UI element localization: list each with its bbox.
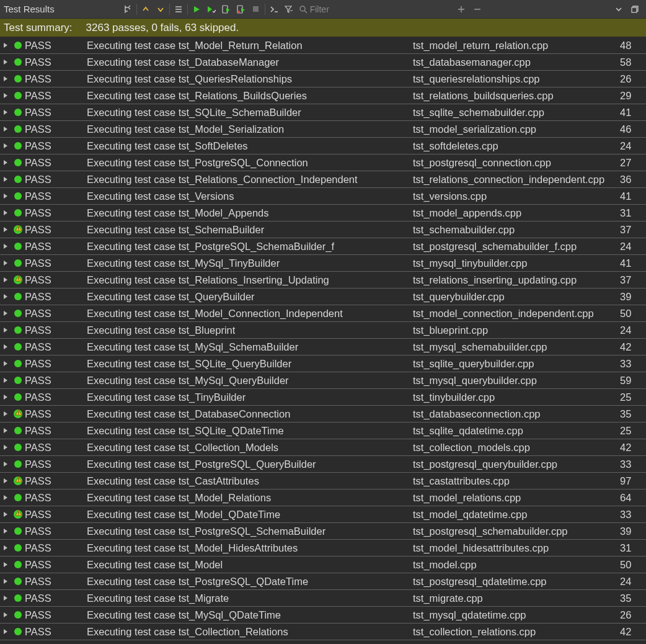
expand-tree-icon[interactable] <box>0 327 11 333</box>
result-row[interactable]: PASSExecuting test case tst_QueriesRelat… <box>0 71 646 87</box>
result-row[interactable]: PASSExecuting test case tst_MySql_QDateT… <box>0 607 646 624</box>
result-row[interactable]: PASSExecuting test case tst_QueryBuilder… <box>0 288 646 305</box>
filter-dropdown-icon[interactable] <box>282 2 296 16</box>
result-row[interactable]: PASSExecuting test case tst_SQLite_Query… <box>0 356 646 372</box>
test-file[interactable]: tst_databasemanager.cpp <box>413 56 617 68</box>
test-file[interactable]: tst_mysql_schemabuilder.cpp <box>413 341 617 353</box>
test-file[interactable]: tst_databaseconnection.cpp <box>413 408 617 420</box>
expand-tree-icon[interactable] <box>0 612 11 618</box>
expand-tree-icon[interactable] <box>0 494 11 501</box>
test-file[interactable]: tst_model_return_relation.cpp <box>413 40 617 51</box>
result-row[interactable]: PASSExecuting test case tst_PostgreSQL_S… <box>0 238 646 255</box>
add-icon[interactable] <box>454 2 468 16</box>
filter-input[interactable] <box>310 4 397 14</box>
result-row[interactable]: PASSExecuting test case tst_PostgreSQL_Q… <box>0 573 646 590</box>
test-file[interactable]: tst_postgresql_querybuilder.cpp <box>413 458 617 470</box>
test-file[interactable]: tst_model_hidesattributes.cpp <box>413 542 617 554</box>
expand-tree-icon[interactable] <box>0 59 11 65</box>
test-file[interactable]: tst_sqlite_schemabuilder.cpp <box>413 107 617 119</box>
result-row[interactable]: PASSExecuting test case tst_Relations_Co… <box>0 171 646 188</box>
expand-tree-icon[interactable] <box>0 595 11 601</box>
expand-tree-icon[interactable] <box>0 394 11 400</box>
expand-tree-icon[interactable] <box>0 159 11 166</box>
test-file[interactable]: tst_collection_relations.cpp <box>413 626 617 638</box>
test-file[interactable]: tst_tinybuilder.cpp <box>413 391 617 403</box>
test-file[interactable]: tst_softdeletes.cpp <box>413 140 617 152</box>
expand-tree-icon[interactable] <box>0 377 11 383</box>
result-row[interactable]: PASSExecuting test case tst_MySql_TinyBu… <box>0 255 646 272</box>
expand-tree-icon[interactable] <box>0 528 11 534</box>
expand-tree-icon[interactable] <box>0 578 11 584</box>
result-row[interactable]: PASSExecuting test case tst_PostgreSQL_C… <box>0 154 646 171</box>
expand-tree-icon[interactable] <box>0 561 11 568</box>
prev-result-icon[interactable] <box>139 2 153 16</box>
expand-tree-icon[interactable] <box>0 545 11 551</box>
expand-tree-icon[interactable] <box>0 92 11 99</box>
run-all-icon[interactable] <box>190 2 203 16</box>
filter-field[interactable] <box>299 4 397 14</box>
expand-tree-icon[interactable] <box>0 478 11 484</box>
test-file[interactable]: tst_queriesrelationships.cpp <box>413 73 617 85</box>
result-row[interactable]: PASSExecuting test case tst_MySql_QueryB… <box>0 372 646 389</box>
expand-tree-icon[interactable] <box>0 109 11 115</box>
test-file[interactable]: tst_blueprint.cpp <box>413 324 617 336</box>
test-file[interactable]: tst_collection_models.cpp <box>413 442 617 454</box>
show-list-icon[interactable] <box>172 2 185 16</box>
test-file[interactable]: tst_castattributes.cpp <box>413 475 617 487</box>
expand-tree-icon[interactable] <box>0 42 11 48</box>
test-file[interactable]: tst_querybuilder.cpp <box>413 291 617 303</box>
test-file[interactable]: tst_sqlite_qdatetime.cpp <box>413 425 617 437</box>
expand-tree-icon[interactable] <box>0 243 11 249</box>
test-file[interactable]: tst_relations_connection_independent.cpp <box>413 174 617 186</box>
result-row[interactable]: PASSExecuting test case tst_Model_Return… <box>0 37 646 54</box>
restore-panel-icon[interactable] <box>628 2 642 16</box>
test-file[interactable]: tst_migrate.cpp <box>413 593 617 604</box>
expand-tree-icon[interactable] <box>0 427 11 434</box>
result-row[interactable]: PASSExecuting test case tst_MySql_Schema… <box>0 339 646 356</box>
test-file[interactable]: tst_mysql_qdatetime.cpp <box>413 609 617 621</box>
next-result-icon[interactable] <box>154 2 167 16</box>
result-row[interactable]: PASSExecuting test case tst_SQLite_QDate… <box>0 423 646 439</box>
test-file[interactable]: tst_versions.cpp <box>413 190 617 202</box>
test-file[interactable]: tst_model_relations.cpp <box>413 492 617 504</box>
result-row[interactable]: PASSExecuting test case tst_Model_QDateT… <box>0 506 646 523</box>
result-row[interactable]: PASSExecuting test case tst_Relations_Bu… <box>0 87 646 104</box>
expand-tree-icon[interactable] <box>0 411 11 417</box>
run-file-icon[interactable] <box>219 2 233 16</box>
expand-tree-icon[interactable] <box>0 344 11 350</box>
test-file[interactable]: tst_model_qdatetime.cpp <box>413 509 617 521</box>
expand-tree-icon[interactable] <box>0 360 11 367</box>
result-row[interactable]: PASSExecuting test case tst_Model_Append… <box>0 205 646 221</box>
expand-tree-icon[interactable] <box>0 76 11 82</box>
result-row[interactable]: PASSExecuting test case tst_SchemaBuilde… <box>0 221 646 238</box>
test-file[interactable]: tst_schemabuilder.cpp <box>413 224 617 236</box>
stop-icon[interactable] <box>249 2 263 16</box>
result-row[interactable]: PASSExecuting test case tst_PostgreSQL_Q… <box>0 456 646 473</box>
result-row[interactable]: PASSExecuting test case tst_DatabaseMana… <box>0 54 646 71</box>
test-file[interactable]: tst_model.cpp <box>413 559 617 571</box>
test-file[interactable]: tst_model_connection_independent.cpp <box>413 308 617 320</box>
expand-tree-icon[interactable] <box>0 277 11 283</box>
expand-tree-icon[interactable] <box>0 176 11 182</box>
expand-tree-icon[interactable] <box>0 210 11 216</box>
expand-tree-icon[interactable] <box>0 461 11 467</box>
test-file[interactable]: tst_relations_buildsqueries.cpp <box>413 90 617 102</box>
result-row[interactable]: PASSExecuting test case tst_PostgreSQL_S… <box>0 523 646 540</box>
result-row[interactable]: PASSExecuting test case tst_Migratetst_m… <box>0 590 646 607</box>
test-file[interactable]: tst_sqlite_querybuilder.cpp <box>413 358 617 370</box>
test-file[interactable]: tst_postgresql_connection.cpp <box>413 157 617 169</box>
expand-tree-icon[interactable] <box>0 310 11 316</box>
run-selected-icon[interactable] <box>205 2 218 16</box>
test-file[interactable]: tst_model_serialization.cpp <box>413 123 617 135</box>
debug-run-icon[interactable] <box>234 2 248 16</box>
result-row[interactable]: PASSExecuting test case tst_CastAttribut… <box>0 473 646 490</box>
result-row[interactable]: PASSExecuting test case tst_Modeltst_mod… <box>0 557 646 573</box>
remove-icon[interactable] <box>471 2 484 16</box>
expand-tree-icon[interactable] <box>0 126 11 132</box>
output-icon[interactable] <box>267 2 281 16</box>
test-file[interactable]: tst_postgresql_schemabuilder.cpp <box>413 525 617 537</box>
test-file[interactable]: tst_postgresql_schemabuilder_f.cpp <box>413 241 617 253</box>
test-file[interactable]: tst_model_appends.cpp <box>413 207 617 219</box>
result-row[interactable]: PASSExecuting test case tst_Model_Serial… <box>0 121 646 138</box>
result-row[interactable]: PASSExecuting test case tst_DatabaseConn… <box>0 406 646 423</box>
